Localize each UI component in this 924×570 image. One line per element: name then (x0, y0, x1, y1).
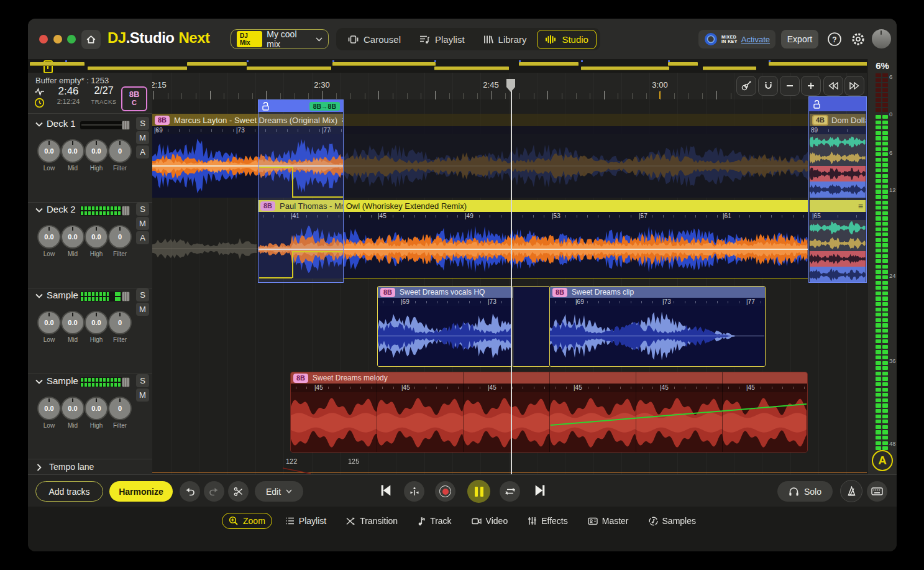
deck1-volume-slider[interactable] (80, 121, 130, 129)
autogain-button[interactable]: A (872, 450, 893, 471)
zoom-out-button[interactable] (780, 76, 800, 96)
panel-tab-transition[interactable]: Transition (339, 513, 405, 529)
deck2-low-knob[interactable]: 0.0 (37, 225, 61, 249)
collapse-chevron-icon[interactable] (35, 122, 43, 127)
panel-tab-zoom[interactable]: Zoom (222, 513, 272, 529)
deck1-auto-button[interactable]: A (136, 145, 149, 159)
deck2-mid-knob[interactable]: 0.0 (61, 225, 85, 249)
tempo-lane-row[interactable]: Tempo lane (28, 459, 152, 475)
sample2-clip[interactable]: 8B Sweet Dreams melody |45|45|45|45|45|4… (290, 372, 808, 453)
metronome-button[interactable] (840, 480, 862, 502)
sample1-filter-knob[interactable]: 0 (108, 311, 132, 334)
sample1-mid-knob[interactable]: 0.0 (61, 311, 85, 334)
loop-button[interactable] (500, 481, 520, 502)
deck1-mid-knob[interactable]: 0.0 (61, 139, 85, 163)
pause-button[interactable] (467, 480, 490, 503)
slider-handle[interactable] (122, 292, 130, 301)
deck1-filter-knob[interactable]: 0 (108, 139, 132, 163)
tab-library[interactable]: Library (475, 30, 535, 49)
undo-button[interactable] (180, 481, 200, 502)
sample2-filter-knob[interactable]: 0 (108, 397, 132, 420)
slider-handle[interactable] (122, 377, 130, 387)
skip-to-start-button[interactable] (379, 484, 393, 500)
unlock-icon[interactable] (813, 100, 821, 109)
transition-header[interactable] (809, 97, 866, 111)
sample1-level-meter[interactable] (80, 292, 130, 301)
close-window-button[interactable] (39, 35, 48, 44)
timeline-overview[interactable] (28, 59, 897, 73)
rewind-button[interactable] (823, 76, 843, 96)
deck2-auto-button[interactable]: A (136, 231, 149, 244)
skip-to-end-button[interactable] (533, 484, 547, 500)
snap-button[interactable] (758, 76, 778, 96)
sample2-solo-button[interactable]: S (136, 374, 149, 387)
slider-handle[interactable] (122, 121, 130, 130)
instrument-button[interactable] (736, 76, 756, 96)
shortcuts-button[interactable] (867, 481, 887, 502)
home-button[interactable] (81, 30, 101, 49)
unlock-icon[interactable] (262, 102, 270, 111)
panel-tab-master[interactable]: Master (581, 513, 636, 529)
meter-segment-green (882, 222, 888, 226)
beat-tick (426, 387, 426, 389)
deck2-filter-knob[interactable]: 0 (108, 225, 132, 249)
sample2-mute-button[interactable]: M (136, 388, 149, 402)
fast-forward-button[interactable] (844, 76, 864, 96)
panel-tab-samples[interactable]: Samples (642, 513, 703, 529)
deck2-solo-button[interactable]: S (136, 203, 149, 216)
deck1-low-knob[interactable]: 0.0 (37, 139, 61, 163)
redo-button[interactable] (204, 481, 224, 502)
slider-handle[interactable] (122, 206, 130, 216)
deck1-clip-faded[interactable] (344, 114, 808, 198)
sample1-clip-vocals[interactable]: 8B Sweet Dreams vocals HQ |69|73 (377, 286, 513, 367)
right-transition-region[interactable] (808, 96, 867, 283)
deck2-level-meter[interactable] (80, 206, 130, 216)
sample2-high-knob[interactable]: 0.0 (85, 397, 108, 420)
sample1-high-knob[interactable]: 0.0 (85, 311, 108, 334)
maximize-window-button[interactable] (67, 35, 76, 44)
harmonize-button[interactable]: Harmonize (109, 481, 173, 502)
sample2-level-meter[interactable] (80, 377, 130, 387)
sample1-mute-button[interactable]: M (136, 303, 149, 316)
add-tracks-button[interactable]: Add tracks (35, 481, 103, 502)
collapse-chevron-icon[interactable] (35, 379, 43, 384)
panel-tab-playlist[interactable]: Playlist (278, 513, 333, 529)
tab-carousel[interactable]: Carousel (340, 30, 409, 49)
transition-header[interactable]: 8B→8B (258, 100, 343, 112)
export-button[interactable]: Export (781, 30, 818, 48)
help-button[interactable]: ? (826, 30, 843, 48)
minimize-window-button[interactable] (53, 35, 62, 44)
deck2-mute-button[interactable]: M (136, 217, 149, 230)
panel-tab-effects[interactable]: Effects (521, 513, 575, 529)
collapse-chevron-icon[interactable] (35, 208, 43, 213)
deck1-high-knob[interactable]: 0.0 (85, 139, 108, 163)
jump-to-playhead-button[interactable] (404, 481, 424, 502)
timeline-area[interactable]: 2:152:302:453:00 8B Marcus Layton - Swee… (152, 73, 867, 474)
tab-playlist[interactable]: Playlist (411, 30, 473, 49)
record-button[interactable] (435, 481, 455, 502)
panel-tab-video[interactable]: Video (465, 513, 515, 529)
solo-button[interactable]: Solo (777, 481, 833, 502)
sample2-mid-knob[interactable]: 0.0 (61, 397, 85, 420)
sample1-solo-button[interactable]: S (136, 288, 149, 301)
transition-region[interactable]: 8B→8B (258, 99, 344, 283)
tab-studio[interactable]: Studio (537, 30, 597, 49)
project-selector[interactable]: DJ Mix My cool mix (231, 29, 329, 49)
panel-tab-track[interactable]: Track (411, 513, 458, 529)
sample2-low-knob[interactable]: 0.0 (37, 397, 61, 420)
deck1-solo-button[interactable]: S (136, 117, 149, 130)
avatar[interactable] (872, 29, 891, 48)
playhead-marker[interactable] (506, 79, 516, 93)
settings-button[interactable] (849, 30, 867, 48)
collapse-chevron-icon[interactable] (35, 293, 43, 298)
zoom-in-button[interactable] (801, 76, 821, 96)
sample1-clip-main[interactable]: 8B Sweet Dreams clip |69|73|77 (549, 286, 766, 367)
deck2-high-knob[interactable]: 0.0 (85, 225, 108, 249)
playhead-line[interactable] (511, 90, 512, 474)
sample1-gap[interactable] (513, 286, 549, 367)
activate-link[interactable]: Activate (741, 35, 770, 44)
sample1-low-knob[interactable]: 0.0 (37, 311, 61, 334)
cut-button[interactable] (228, 481, 249, 502)
edit-menu-button[interactable]: Edit (255, 481, 303, 502)
deck1-mute-button[interactable]: M (136, 131, 149, 144)
